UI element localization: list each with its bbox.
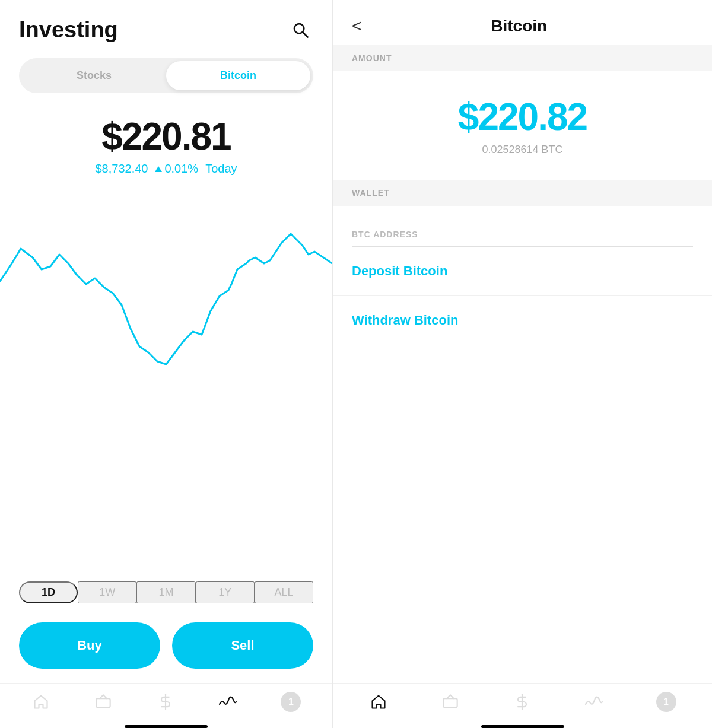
time-tab-1m[interactable]: 1M (136, 581, 195, 603)
home-indicator-right (481, 725, 564, 728)
notification-badge: 1 (281, 692, 301, 712)
nav-home[interactable] (31, 692, 50, 711)
nav-right-investing[interactable] (584, 692, 603, 711)
notification-badge-right: 1 (656, 692, 676, 712)
sell-button[interactable]: Sell (172, 622, 313, 669)
svg-line-1 (303, 32, 307, 37)
right-panel: < Bitcoin AMOUNT $220.82 0.02528614 BTC … (332, 0, 712, 728)
tab-bitcoin[interactable]: Bitcoin (166, 61, 310, 90)
btc-address-label: BTC ADDRESS (333, 206, 712, 246)
back-button[interactable]: < (352, 17, 361, 36)
page-title: Investing (19, 17, 118, 43)
action-buttons: Buy Sell (0, 613, 332, 683)
home-indicator-left (125, 725, 208, 728)
main-price: $220.81 (19, 115, 313, 158)
buy-button[interactable]: Buy (19, 622, 160, 669)
amount-value: $220.82 (458, 95, 587, 139)
withdraw-bitcoin-button[interactable]: Withdraw Bitcoin (333, 296, 712, 345)
btc-price: $8,732.40 (95, 162, 148, 176)
chart-line-icon-right (584, 692, 603, 711)
wallet-label: WALLET (333, 180, 712, 206)
tv-icon (94, 692, 113, 711)
change-pct: 0.01% (164, 162, 198, 176)
amount-btc: 0.02528614 BTC (482, 144, 562, 156)
nav-right-tv[interactable] (441, 692, 460, 711)
nav-investing[interactable] (218, 692, 237, 711)
amount-section: $220.82 0.02528614 BTC (333, 71, 712, 180)
bottom-nav-right: 1 (333, 683, 712, 718)
nav-right-dollar[interactable] (513, 692, 532, 711)
nav-tv[interactable] (94, 692, 113, 711)
time-tab-1y[interactable]: 1Y (196, 581, 255, 603)
nav-right-home[interactable] (369, 692, 388, 711)
time-tabs: 1D 1W 1M 1Y ALL (0, 572, 332, 613)
price-change: 0.01% (155, 162, 198, 176)
bottom-nav-left: 1 (0, 683, 332, 718)
search-button[interactable] (287, 17, 313, 43)
right-title: Bitcoin (373, 17, 665, 36)
time-tab-1w[interactable]: 1W (78, 581, 136, 603)
home-icon (31, 692, 50, 711)
search-icon (291, 21, 309, 39)
asset-tabs: Stocks Bitcoin (19, 58, 313, 93)
price-chart (0, 180, 332, 572)
nav-dollar[interactable] (156, 692, 175, 711)
time-tab-all[interactable]: ALL (255, 581, 313, 603)
right-header: < Bitcoin (333, 0, 712, 45)
home-icon-right (369, 692, 388, 711)
price-section: $220.81 $8,732.40 0.01% Today (0, 105, 332, 180)
tab-stocks[interactable]: Stocks (22, 61, 166, 90)
chart-svg (0, 186, 332, 388)
nav-notification[interactable]: 1 (281, 692, 301, 712)
time-tab-1d[interactable]: 1D (19, 581, 78, 603)
up-arrow-icon (155, 166, 162, 172)
tv-icon-right (441, 692, 460, 711)
chart-line-icon (218, 692, 237, 711)
price-period: Today (205, 162, 237, 176)
left-panel: Investing Stocks Bitcoin $220.81 $8,732.… (0, 0, 332, 728)
deposit-bitcoin-button[interactable]: Deposit Bitcoin (333, 247, 712, 296)
dollar-icon-right (513, 692, 532, 711)
left-header: Investing (0, 0, 332, 52)
svg-rect-4 (443, 698, 457, 707)
dollar-icon (156, 692, 175, 711)
price-meta: $8,732.40 0.01% Today (19, 162, 313, 176)
svg-rect-2 (96, 698, 110, 707)
nav-right-notification[interactable]: 1 (656, 692, 676, 712)
amount-label: AMOUNT (333, 45, 712, 71)
